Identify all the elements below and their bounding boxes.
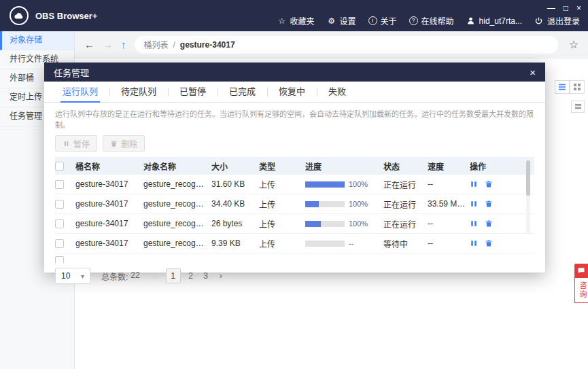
tab-running-queue[interactable]: 运行队列 xyxy=(51,82,109,102)
user-icon xyxy=(466,16,476,26)
pause-button[interactable]: 暂停 xyxy=(55,135,97,152)
delete-task-icon[interactable] xyxy=(485,219,493,228)
select-all-checkbox[interactable] xyxy=(55,162,64,171)
app-logo-cloud-icon xyxy=(10,6,29,25)
progress-label: 100% xyxy=(349,180,368,188)
menu-account[interactable]: hid_ut7rta... xyxy=(466,16,522,26)
menu-favorites[interactable]: ☆ 收藏夹 xyxy=(277,15,315,27)
table-header-row: 桶名称 对象名称 大小 类型 进度 状态 速度 操作 xyxy=(55,157,534,175)
tab-paused[interactable]: 已暂停 xyxy=(168,82,218,102)
favorite-star-icon[interactable]: ☆ xyxy=(569,38,578,51)
table-row: gesture-34017 gesture_recogni... 9.39 KB… xyxy=(55,234,534,253)
cell-bucket: gesture-34017 xyxy=(75,199,143,209)
header-operations: 操作 xyxy=(470,160,511,172)
minimize-icon[interactable]: — xyxy=(547,3,555,13)
header-speed: 速度 xyxy=(428,160,470,172)
delete-button[interactable]: 删除 xyxy=(103,135,145,152)
next-page-icon[interactable]: › xyxy=(216,271,226,281)
row-checkbox[interactable] xyxy=(55,200,64,209)
cell-size: 9.39 KB xyxy=(211,239,259,248)
sidebar-item-object-storage[interactable]: 对象存储 xyxy=(0,31,74,50)
row-checkbox[interactable] xyxy=(55,219,64,228)
menu-about-label: 关于 xyxy=(381,15,397,27)
table-row-partial xyxy=(55,253,534,263)
window-controls: — □ × xyxy=(547,3,581,13)
cell-operations xyxy=(470,219,511,228)
page-button-1[interactable]: 1 xyxy=(166,268,181,283)
tab-failed[interactable]: 失败 xyxy=(317,82,358,102)
menu-about[interactable]: i 关于 xyxy=(368,15,397,27)
menu-logout-label: 退出登录 xyxy=(547,15,580,27)
cell-progress: -- xyxy=(305,239,383,247)
delete-task-icon[interactable] xyxy=(485,180,493,188)
titlebar: OBS Browser+ — □ × ☆ 收藏夹 ⚙ 设置 i 关于 ? 在线帮… xyxy=(0,0,588,31)
star-icon: ☆ xyxy=(277,16,287,26)
table-row: gesture-34017 gesture_recogni... 26 byte… xyxy=(55,214,534,234)
pagination: 10 ▾ 总条数: 22 ‹ 1 2 3 › xyxy=(44,263,545,289)
task-management-dialog: 任务管理 × 运行队列 待定队列 已暂停 已完成 恢复中 失败 运行队列中存放的… xyxy=(44,63,545,273)
page-button-2[interactable]: 2 xyxy=(186,271,196,281)
tab-pending-queue[interactable]: 待定队列 xyxy=(109,82,168,102)
cell-size: 26 bytes xyxy=(211,219,259,228)
table-scrollbar[interactable] xyxy=(526,160,530,234)
forward-icon[interactable]: → xyxy=(103,39,113,50)
cell-type: 上传 xyxy=(259,238,305,249)
columns-toggle-icon[interactable] xyxy=(571,101,585,113)
cell-status: 正在运行 xyxy=(383,179,428,190)
menu-settings-label: 设置 xyxy=(340,15,356,27)
menu-help[interactable]: ? 在线帮助 xyxy=(409,15,454,27)
pause-task-icon[interactable] xyxy=(470,239,478,247)
menu-logout[interactable]: 退出登录 xyxy=(534,15,580,27)
cell-speed: -- xyxy=(428,179,470,189)
progress-label: 100% xyxy=(349,219,368,228)
breadcrumb-separator: / xyxy=(173,40,175,50)
dialog-header: 任务管理 × xyxy=(44,63,545,82)
cell-progress: 100% xyxy=(305,200,383,208)
pause-task-icon[interactable] xyxy=(470,200,478,208)
menu-account-label: hid_ut7rta... xyxy=(479,16,522,26)
cell-size: 31.60 KB xyxy=(211,179,259,189)
close-icon[interactable]: × xyxy=(530,67,536,78)
cell-speed: -- xyxy=(428,239,470,248)
total-count-label: 总条数: xyxy=(101,270,128,282)
scrollbar-thumb[interactable] xyxy=(526,160,530,196)
chat-bubble-icon[interactable] xyxy=(574,264,588,277)
page-size-select[interactable]: 10 ▾ xyxy=(55,268,90,284)
header-status: 状态 xyxy=(383,160,428,172)
consult-widget[interactable]: 咨询 xyxy=(574,264,588,303)
row-checkbox[interactable] xyxy=(55,256,64,263)
delete-task-icon[interactable] xyxy=(485,239,493,247)
back-icon[interactable]: ← xyxy=(84,39,94,50)
prev-page-icon[interactable]: ‹ xyxy=(151,271,160,281)
breadcrumb-current: gesture-34017 xyxy=(180,40,235,50)
cell-status: 正在运行 xyxy=(383,218,428,230)
row-checkbox[interactable] xyxy=(55,239,64,248)
cell-bucket: gesture-34017 xyxy=(75,179,143,189)
total-count-value: 22 xyxy=(131,270,139,282)
consult-label[interactable]: 咨询 xyxy=(574,277,588,303)
titlebar-menu: ☆ 收藏夹 ⚙ 设置 i 关于 ? 在线帮助 hid_ut7rta... xyxy=(277,15,580,27)
pause-task-icon[interactable] xyxy=(470,219,478,228)
list-view-icon[interactable] xyxy=(555,80,570,94)
cell-object: gesture_recogni... xyxy=(143,179,211,189)
grid-view-icon[interactable] xyxy=(570,80,585,94)
close-window-icon[interactable]: × xyxy=(576,3,581,13)
progress-label: 100% xyxy=(349,200,368,208)
cell-progress: 100% xyxy=(305,180,383,188)
tab-recovering[interactable]: 恢复中 xyxy=(267,82,317,102)
page-button-3[interactable]: 3 xyxy=(201,271,211,281)
menu-settings[interactable]: ⚙ 设置 xyxy=(327,15,356,27)
cell-operations xyxy=(470,200,511,208)
cell-progress: 100% xyxy=(305,219,383,228)
navigation-bar: ← → ↑ 桶列表 / gesture-34017 ☆ xyxy=(75,31,588,58)
cell-type: 上传 xyxy=(259,179,305,190)
tab-completed[interactable]: 已完成 xyxy=(218,82,267,102)
maximize-icon[interactable]: □ xyxy=(564,3,568,13)
up-icon[interactable]: ↑ xyxy=(121,39,126,50)
breadcrumb-root[interactable]: 桶列表 xyxy=(144,39,169,50)
row-checkbox[interactable] xyxy=(55,180,64,189)
pause-task-icon[interactable] xyxy=(470,180,478,188)
delete-task-icon[interactable] xyxy=(485,200,493,208)
info-icon: i xyxy=(368,16,377,25)
breadcrumb: 桶列表 / gesture-34017 xyxy=(135,36,558,54)
